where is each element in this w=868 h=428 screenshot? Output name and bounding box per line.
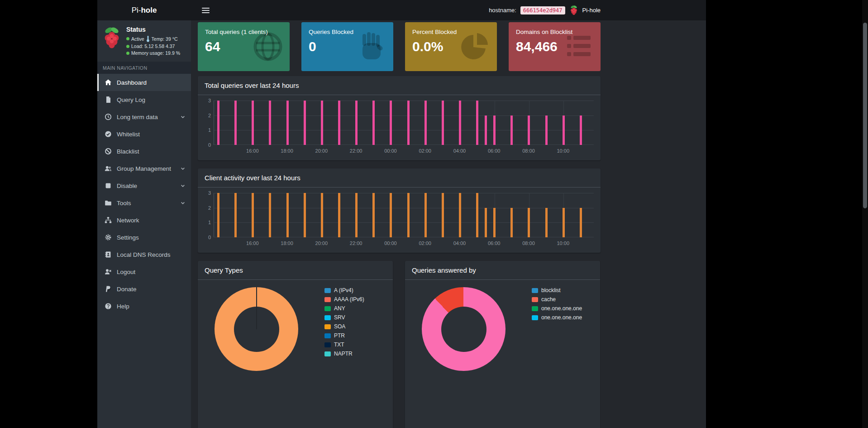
sidebar-item-tools[interactable]: Tools	[97, 194, 191, 212]
chevron-down-icon	[180, 200, 186, 206]
scrollbar-track[interactable]	[862, 0, 868, 428]
brand-prefix: Pi-	[132, 6, 141, 15]
sidebar-item-label: Long term data	[117, 114, 158, 120]
legend-swatch	[324, 306, 331, 311]
sidebar-item-blacklist[interactable]: Blacklist	[97, 143, 191, 160]
sidebar-item-local-dns-records[interactable]: Local DNS Records	[97, 246, 191, 263]
chart-plot-area[interactable]	[214, 101, 594, 145]
y-tick-label: 2	[208, 113, 211, 118]
sidebar-item-settings[interactable]: Settings	[97, 229, 191, 246]
legend-item[interactable]: A (IPv4)	[324, 287, 364, 293]
panel-title: Client activity over last 24 hours	[198, 168, 601, 188]
legend-item[interactable]: one.one.one.one	[532, 305, 582, 312]
chart-bar	[321, 193, 323, 237]
x-tick-label: 16:00	[246, 148, 259, 154]
hostname-badge: 666154e2d947	[520, 6, 565, 14]
legend-swatch	[324, 351, 331, 356]
sidebar-item-dashboard[interactable]: Dashboard	[97, 74, 191, 91]
raspberry-icon	[569, 5, 578, 15]
chart-bar	[442, 193, 444, 237]
chart-bar	[338, 193, 340, 237]
legend-item[interactable]: AAAA (IPv6)	[324, 296, 364, 303]
legend-item[interactable]: SOA	[324, 323, 364, 330]
status-ok-dot	[126, 52, 129, 55]
sidebar-item-donate[interactable]: Donate	[97, 280, 191, 298]
chart-plot-area[interactable]	[214, 193, 594, 237]
x-tick-label: 06:00	[488, 148, 501, 154]
chart-bar	[234, 193, 237, 237]
chart-bar	[485, 208, 487, 237]
y-axis: 0123	[205, 193, 214, 237]
check-circle-icon	[105, 130, 112, 138]
x-axis: 16:0018:0020:0022:0000:0002:0004:0006:00…	[214, 145, 594, 156]
status-active-label: Active	[131, 36, 144, 42]
chart-bar	[563, 115, 565, 145]
legend-item[interactable]: one.one.one.one	[532, 314, 582, 321]
users-icon	[105, 165, 112, 172]
sidebar-item-logout[interactable]: Logout	[97, 263, 191, 280]
chart-bar	[424, 193, 427, 237]
card-queries-blocked: Queries Blocked 0	[301, 22, 393, 71]
client-activity-chart[interactable]: 0123 16:0018:0020:0022:0000:0002:0004:00…	[205, 193, 594, 248]
status-title: Status	[126, 26, 180, 33]
chart-bar	[321, 101, 323, 145]
bottom-panels: Query Types A (IPv4)AAAA (IPv6)ANYSRVSOA…	[198, 261, 601, 428]
legend-item[interactable]: blocklist	[532, 287, 582, 293]
sidebar-item-label: Local DNS Records	[117, 251, 171, 258]
chart-bar	[355, 101, 358, 145]
top-header: Pi-hole hostname: 666154e2d947 Pi-hol	[97, 0, 706, 20]
legend-label: AAAA (IPv6)	[334, 296, 364, 303]
card-value: 84,466	[516, 39, 593, 54]
chart-bar	[217, 193, 219, 237]
sidebar-toggle-button[interactable]	[199, 4, 212, 17]
x-tick-label: 18:00	[281, 240, 293, 246]
legend-item[interactable]: TXT	[324, 341, 364, 348]
sidebar-item-query-log[interactable]: Query Log	[97, 91, 191, 108]
sidebar-item-disable[interactable]: Disable	[97, 177, 191, 194]
y-tick-label: 3	[208, 98, 211, 103]
card-domains-on-blocklist: Domains on Blocklist 84,466	[509, 22, 601, 71]
chart-bar	[372, 101, 375, 145]
segment-border	[256, 287, 257, 329]
status-temp: Temp: 39 °C	[152, 36, 178, 42]
chart-bar	[510, 208, 513, 237]
query-types-donut[interactable]	[215, 287, 298, 371]
sidebar-item-group-management[interactable]: Group Management	[97, 160, 191, 177]
total-queries-chart[interactable]: 0123 16:0018:0020:0022:0000:0002:0004:00…	[205, 101, 594, 156]
legend-item[interactable]: ANY	[324, 305, 364, 312]
legend-label: PTR	[334, 332, 345, 339]
chart-bar	[545, 208, 548, 237]
chart-bar	[390, 193, 392, 237]
legend-swatch	[324, 324, 331, 329]
sidebar-item-label: Blacklist	[117, 148, 139, 155]
legend-swatch	[532, 297, 538, 302]
sidebar-item-network[interactable]: Network	[97, 212, 191, 229]
brand-logo[interactable]: Pi-hole	[97, 0, 191, 20]
legend-item[interactable]: SRV	[324, 314, 364, 321]
sidebar-item-label: Settings	[117, 234, 139, 241]
header-brand-right: Pi-hole	[582, 7, 601, 14]
legend-item[interactable]: cache	[532, 296, 582, 303]
sidebar-item-label: Query Log	[117, 96, 145, 103]
chart-bar	[304, 101, 306, 145]
sidebar-item-whitelist[interactable]: Whitelist	[97, 125, 191, 143]
chart-bar	[580, 208, 582, 237]
x-tick-label: 08:00	[522, 240, 535, 246]
scrollbar-thumb[interactable]	[863, 23, 867, 208]
sidebar-item-help[interactable]: Help	[97, 298, 191, 315]
legend-label: SRV	[334, 314, 345, 321]
file-icon	[105, 96, 112, 103]
query-types-legend: A (IPv4)AAAA (IPv6)ANYSRVSOAPTRTXTNAPTR	[324, 287, 364, 371]
sidebar-item-label: Tools	[117, 200, 131, 207]
chart-bar	[563, 208, 565, 237]
legend-swatch	[324, 342, 331, 347]
status-load-row: Load: 5.12 5.58 4.37	[126, 43, 180, 49]
legend-item[interactable]: NAPTR	[324, 351, 364, 357]
status-ok-dot	[126, 37, 129, 40]
legend-item[interactable]: PTR	[324, 332, 364, 339]
queries-answered-by-donut[interactable]	[422, 287, 506, 371]
donut-hole	[441, 307, 486, 352]
x-tick-label: 20:00	[315, 148, 328, 154]
sidebar-item-long-term-data[interactable]: Long term data	[97, 108, 191, 125]
address-book-icon	[105, 251, 112, 258]
